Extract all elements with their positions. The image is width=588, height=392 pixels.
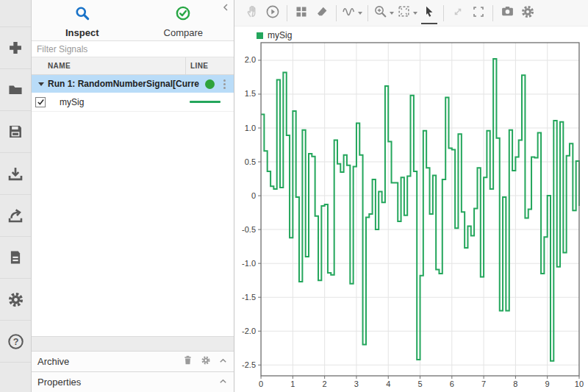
- svg-text:?: ?: [12, 337, 18, 347]
- search-icon: [74, 5, 90, 24]
- panel-splitter[interactable]: [32, 336, 234, 351]
- left-toolbar: ?: [0, 0, 32, 392]
- snapshot-button[interactable]: [497, 2, 517, 24]
- import-button[interactable]: [0, 153, 31, 195]
- export-button[interactable]: [0, 195, 31, 237]
- save-button[interactable]: [0, 111, 31, 153]
- pan-zoom-button[interactable]: [448, 2, 468, 24]
- layout-grid-icon: [295, 5, 308, 21]
- y-tick-label: -2.5: [242, 360, 256, 369]
- pan-hand-icon: [245, 4, 259, 21]
- signal-row[interactable]: mySig: [32, 93, 234, 112]
- zoom-in-button[interactable]: [372, 2, 395, 24]
- replay-icon: [265, 4, 280, 22]
- filter-signals-input[interactable]: [32, 41, 234, 57]
- x-tick-label: 9: [545, 379, 550, 388]
- open-button[interactable]: [0, 69, 31, 111]
- plot-region[interactable]: 0123456789102.01.51.00.50-0.5-1.0-1.5-2.…: [234, 26, 588, 392]
- x-tick-label: 7: [481, 379, 486, 388]
- legend-color-swatch: [257, 32, 263, 39]
- help-button[interactable]: ?: [0, 321, 31, 363]
- name-column-header: NAME: [46, 62, 185, 70]
- save-icon: [7, 124, 24, 140]
- plot-toolbar: [234, 0, 588, 26]
- x-tick-label: 6: [450, 379, 454, 388]
- signal-label: mySig: [60, 97, 185, 107]
- signals-table-header: NAME LINE: [32, 57, 234, 75]
- left-toolbar-spacer: [0, 0, 31, 27]
- tab-inspect[interactable]: Inspect: [32, 0, 133, 40]
- archive-section-header[interactable]: Archive: [32, 351, 234, 371]
- tab-inspect-label: Inspect: [65, 27, 99, 38]
- plot-panel: 0123456789102.01.51.00.50-0.5-1.0-1.5-2.…: [234, 0, 588, 392]
- x-tick-label: 8: [513, 379, 517, 388]
- fullscreen-button[interactable]: [468, 2, 489, 24]
- layout-grid-button[interactable]: [291, 2, 312, 24]
- eraser-icon: [315, 5, 329, 21]
- add-icon: [7, 40, 24, 56]
- archive-label: Archive: [37, 356, 182, 367]
- export-icon: [7, 207, 24, 224]
- clear-plots-button[interactable]: [312, 2, 332, 24]
- archive-settings-gear-icon[interactable]: [201, 355, 211, 368]
- archive-collapse-chevron-icon[interactable]: [218, 355, 228, 368]
- x-tick-label: 2: [323, 379, 327, 388]
- x-tick-label: 0: [259, 379, 263, 388]
- x-tick-label: 10: [575, 379, 584, 388]
- y-tick-label: 0: [251, 191, 256, 200]
- signal-checkbox[interactable]: [35, 97, 46, 107]
- preferences-icon: [7, 291, 24, 308]
- fit-to-view-button[interactable]: [395, 2, 419, 24]
- pan-hand-button[interactable]: [242, 2, 262, 24]
- plot-settings-button[interactable]: [517, 2, 538, 24]
- line-column-header: LINE: [185, 57, 234, 74]
- run-row[interactable]: Run 1: RandomNumberSignal[Curre: [32, 75, 234, 93]
- y-tick-label: 0.5: [245, 157, 256, 166]
- y-tick-label: 1.0: [245, 124, 256, 132]
- y-tick-label: -0.5: [242, 225, 256, 234]
- help-icon: ?: [7, 333, 24, 350]
- tab-compare-label: Compare: [164, 27, 203, 38]
- filter-row: [32, 41, 234, 57]
- signal-display-button[interactable]: [340, 2, 364, 24]
- y-tick-label: 1.5: [245, 89, 256, 98]
- properties-collapse-chevron-icon[interactable]: [218, 376, 228, 389]
- y-tick-label: -1.5: [242, 293, 256, 302]
- run-expand-caret-icon[interactable]: [38, 82, 44, 86]
- add-button[interactable]: [0, 27, 31, 69]
- report-button[interactable]: [0, 237, 31, 279]
- trash-icon[interactable]: [182, 354, 193, 368]
- panel-tabbar: Inspect Compare: [32, 0, 234, 41]
- cursor-arrow-icon: [423, 5, 436, 21]
- compare-check-icon: [175, 5, 191, 24]
- preferences-button[interactable]: [0, 279, 31, 321]
- x-tick-label: 1: [290, 379, 295, 388]
- x-tick-label: 3: [354, 379, 359, 388]
- open-folder-icon: [7, 82, 24, 98]
- y-tick-label: 2.0: [245, 55, 256, 64]
- signal-wave-icon: [342, 4, 356, 21]
- properties-label: Properties: [37, 377, 218, 388]
- dropdown-caret-icon: [358, 12, 362, 15]
- legend-label: mySig: [268, 30, 292, 40]
- panel-collapse-button[interactable]: [220, 1, 232, 13]
- chart-svg[interactable]: 0123456789102.01.51.00.50-0.5-1.0-1.5-2.…: [234, 26, 588, 392]
- simulation-data-inspector-window: ? Inspect Compare NAME LINE: [0, 0, 588, 392]
- run-options-menu-icon[interactable]: [219, 79, 229, 89]
- run-status-dot: [205, 79, 215, 89]
- properties-section-header[interactable]: Properties: [32, 371, 234, 392]
- fullscreen-icon: [472, 5, 485, 21]
- signal-line-swatch: [190, 101, 220, 103]
- chart-legend: mySig: [257, 30, 292, 40]
- y-tick-label: -2.0: [242, 327, 256, 335]
- fit-to-view-icon: [397, 4, 411, 21]
- cursor-tool-button[interactable]: [419, 2, 440, 24]
- dropdown-caret-icon: [413, 12, 417, 15]
- dropdown-caret-icon: [390, 12, 394, 15]
- report-icon: [7, 249, 24, 266]
- zoom-in-icon: [373, 4, 387, 21]
- tab-compare[interactable]: Compare: [133, 0, 234, 40]
- signal-list-empty-area: [32, 112, 234, 336]
- replay-button[interactable]: [262, 2, 283, 24]
- x-tick-label: 5: [417, 379, 422, 388]
